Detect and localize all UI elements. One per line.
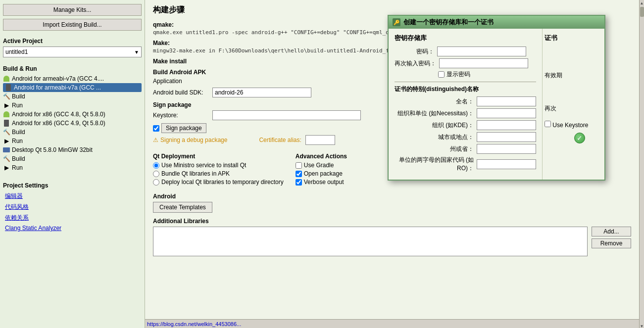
use-keystore-row: Use Keystore	[545, 121, 599, 129]
create-keystore-dialog: 🔑 创建一个密钥存储库和一个证书 密钥存储库 密码：	[388, 15, 605, 181]
tree-item-build2[interactable]: 🔨 Build	[3, 128, 142, 137]
project-settings-section: Project Settings 编辑器 代码风格 依赖关系 Clang Sta…	[3, 178, 142, 233]
hammer-icon-1: 🔨	[3, 93, 10, 100]
state-label: 州或省：	[395, 145, 474, 153]
tree-item-build1[interactable]: 🔨 Build	[3, 92, 142, 101]
tree-item-run2[interactable]: ▶ Run	[3, 137, 142, 145]
org-label: 组织 (如KDE)：	[395, 121, 474, 130]
android-icon-1	[3, 75, 10, 82]
sidebar: Manage Kits... Import Existing Build... …	[0, 0, 145, 328]
tablet-icon-1	[5, 84, 12, 91]
use-keystore-label: Use Keystore	[552, 122, 588, 129]
green-generate-btn[interactable]: ✓	[545, 133, 599, 143]
password-input[interactable]	[437, 47, 526, 56]
tree-item-run1[interactable]: ▶ Run	[3, 101, 142, 110]
settings-link-clang[interactable]: Clang Static Analyzer	[3, 224, 142, 233]
keystore-section: 密钥存储库 密码： 再次输入密码： 显示密码	[395, 34, 536, 79]
dialog-right-panel: 证书 有效期 再次 Use Keystore ✓	[542, 29, 604, 180]
full-name-input[interactable]	[477, 96, 536, 106]
play-icon-3: ▶	[3, 164, 10, 171]
tree-item-android1[interactable]: Android for armeabi-v7a (GCC 4....	[3, 74, 142, 83]
dist-name-title: 证书的特别(distinguished)名称	[395, 85, 536, 94]
org-unit-input[interactable]	[477, 108, 536, 118]
show-password-row: 显示密码	[438, 70, 536, 79]
scroll-thumb[interactable]	[640, 7, 644, 17]
build-run-label: Build & Run	[3, 65, 142, 72]
dist-name-section: 证书的特别(distinguished)名称 全名： 组织和单位 (如Neces…	[395, 85, 536, 173]
city-label: 城市或地点：	[395, 133, 474, 141]
scroll-up-arrow[interactable]: ▲	[640, 1, 644, 5]
country-code-label: 单位的两字母的国家代码 (如RO)：	[395, 156, 474, 173]
project-settings-label: Project Settings	[3, 182, 142, 189]
build-run-section: Build & Run Android for armeabi-v7a (GCC…	[3, 61, 142, 172]
city-input[interactable]	[477, 132, 536, 142]
cert-right-spacer	[545, 47, 599, 71]
dialog-left-panel: 密钥存储库 密码： 再次输入密码： 显示密码	[389, 29, 542, 180]
settings-link-dependencies[interactable]: 依赖关系	[3, 213, 142, 223]
dialog-title-icon: 🔑	[393, 18, 400, 26]
full-name-row: 全名：	[395, 96, 536, 106]
validity-label: 有效期	[545, 71, 599, 80]
reenter-password-row: 再次输入密码：	[395, 58, 536, 68]
generate-button[interactable]: ✓	[574, 133, 585, 143]
tree-item-android3[interactable]: Android for x86 (GCC 4.8, Qt 5.8.0)	[3, 110, 142, 119]
reenter-password-label: 再次输入密码：	[395, 59, 436, 68]
desktop-icon-1	[3, 146, 10, 153]
active-project-label: Active Project	[3, 38, 142, 45]
country-code-row: 单位的两字母的国家代码 (如RO)：	[395, 156, 536, 173]
manage-kits-button[interactable]: Manage Kits...	[3, 4, 142, 16]
password-row: 密码：	[395, 47, 536, 56]
cert-col-title: 证书	[545, 34, 599, 43]
hammer-icon-2: 🔨	[3, 129, 10, 136]
city-row: 城市或地点：	[395, 132, 536, 142]
main-content: 构建步骤 qmake: qmake.exe untitled1.pro -spe…	[145, 0, 639, 328]
tree-item-android2-selected[interactable]: Android for armeabi-v7a (GCC ...	[3, 83, 142, 92]
settings-link-editor[interactable]: 编辑器	[3, 191, 142, 201]
state-input[interactable]	[477, 144, 536, 154]
dialog-title-text: 创建一个密钥存储库和一个证书	[403, 18, 600, 27]
reenter-label: 再次	[545, 104, 599, 113]
active-project-value: untitled1	[5, 48, 28, 55]
state-row: 州或省：	[395, 144, 536, 154]
settings-link-code-style[interactable]: 代码风格	[3, 202, 142, 212]
dialog-main-content: 密钥存储库 密码： 再次输入密码： 显示密码	[389, 29, 604, 180]
show-password-checkbox[interactable]	[438, 71, 445, 78]
tablet-icon-2	[3, 120, 10, 127]
tree-item-android4[interactable]: Android for x86 (GCC 4.9, Qt 5.8.0)	[3, 119, 142, 128]
dropdown-arrow-icon: ▼	[134, 49, 139, 55]
dialog-titlebar: 🔑 创建一个密钥存储库和一个证书	[389, 16, 604, 29]
tree-item-build3[interactable]: 🔨 Build	[3, 154, 142, 163]
org-unit-row: 组织和单位 (如Necessitas)：	[395, 108, 536, 118]
scroll-down-arrow[interactable]: ▼	[640, 324, 644, 328]
show-password-label: 显示密码	[446, 70, 470, 79]
org-input[interactable]	[477, 120, 536, 130]
keystore-section-title: 密钥存储库	[395, 34, 536, 43]
cert-right-spacer2	[545, 80, 599, 104]
password-label: 密码：	[395, 47, 434, 56]
play-icon-1: ▶	[3, 102, 10, 109]
org-unit-label: 组织和单位 (如Necessitas)：	[395, 109, 474, 118]
play-icon-2: ▶	[3, 138, 10, 144]
org-row: 组织 (如KDE)：	[395, 120, 536, 130]
country-code-input[interactable]	[477, 159, 536, 169]
hammer-icon-3: 🔨	[3, 155, 10, 162]
android-icon-2	[3, 111, 10, 118]
dialog-separator	[395, 82, 536, 82]
tree-item-run3[interactable]: ▶ Run	[3, 163, 142, 172]
tree-item-desktop[interactable]: Desktop Qt 5.8.0 MinGW 32bit	[3, 145, 142, 154]
active-project-dropdown[interactable]: untitled1 ▼	[3, 47, 142, 57]
dialog-overlay: 🔑 创建一个密钥存储库和一个证书 密钥存储库 密码：	[145, 0, 639, 328]
main-scrollbar[interactable]: ▲ ▼	[639, 0, 644, 328]
use-keystore-checkbox[interactable]	[545, 121, 551, 127]
import-existing-button[interactable]: Import Existing Build...	[3, 19, 142, 31]
reenter-password-input[interactable]	[439, 58, 528, 68]
full-name-label: 全名：	[395, 97, 474, 106]
